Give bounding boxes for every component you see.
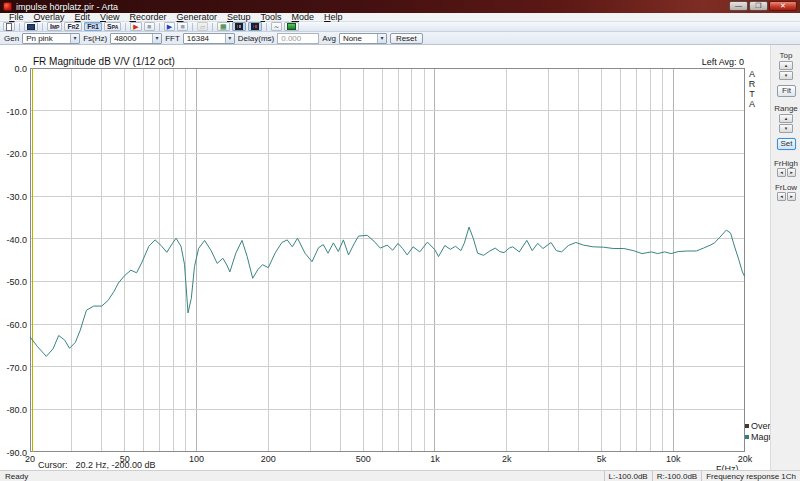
plot-border — [31, 69, 745, 452]
new-file-button[interactable] — [3, 22, 15, 31]
frlow-increase-button[interactable]: ▸ — [787, 192, 796, 201]
window-title: impulse hörplatz.pir - Arta — [16, 2, 118, 12]
fit-button[interactable]: Fit — [777, 85, 796, 97]
toolbar-separator — [125, 23, 126, 31]
menu-view[interactable]: View — [95, 13, 124, 22]
y-tick-label: -50.0 — [0, 277, 27, 287]
chevron-down-icon: ▾ — [70, 34, 79, 43]
play-stop-button[interactable]: ■ — [177, 22, 188, 31]
fr2-mode-button[interactable]: Fr2 — [64, 22, 82, 31]
x-tick-label: 20 — [15, 454, 45, 464]
signal-wave-button[interactable]: ∼ — [271, 22, 282, 31]
top-up-button[interactable]: ▴ — [779, 61, 793, 70]
play-icon: ▶ — [167, 23, 172, 30]
imp-mode-button[interactable]: Imp — [47, 22, 62, 31]
avg-label: Avg — [322, 34, 336, 43]
minimize-button[interactable]: — — [729, 1, 748, 11]
y-tick-label: -40.0 — [0, 235, 27, 245]
gen-label: Gen — [4, 34, 19, 43]
y-tick-label: 0.0 — [0, 64, 27, 74]
stop-icon: ■ — [147, 23, 151, 30]
stop-icon: ■ — [180, 23, 184, 30]
settings-toolbar: Gen Pn pink ▾ Fs(Hz) 48000 ▾ FFT 16384 ▾… — [0, 32, 800, 45]
fs-label: Fs(Hz) — [83, 34, 107, 43]
menu-edit[interactable]: Edit — [70, 13, 96, 22]
menu-help[interactable]: Help — [319, 13, 348, 22]
generator-icon: ▱ — [200, 23, 205, 30]
spa-mode-button[interactable]: Spa — [104, 22, 121, 31]
generator-button: ▱ — [197, 22, 208, 31]
record-button[interactable]: ▶ — [130, 22, 141, 31]
x-tick-label: 200 — [253, 454, 283, 464]
toolbar-separator — [212, 23, 213, 31]
menu-setup[interactable]: Setup — [222, 13, 256, 22]
output-meter-button[interactable] — [248, 22, 262, 31]
averaging-select[interactable]: None ▾ — [339, 33, 387, 44]
toolbar-separator — [159, 23, 160, 31]
fr1-mode-button[interactable]: Fr1 — [84, 22, 102, 31]
plot-controls-strip: Top ▴ ▾ Fit Range ▴ ▾ Set FrHigh ◂ ▸ FrL… — [770, 45, 800, 470]
range-down-button[interactable]: ▾ — [779, 124, 793, 133]
frlow-spinner: ◂ ▸ — [777, 192, 796, 201]
frhigh-spinner: ◂ ▸ — [777, 168, 796, 177]
chevron-down-icon: ▾ — [225, 34, 234, 43]
menu-generator[interactable]: Generator — [171, 13, 222, 22]
x-tick-label: 50 — [110, 454, 140, 464]
top-down-button[interactable]: ▾ — [779, 71, 793, 80]
reset-button[interactable]: Reset — [390, 33, 423, 44]
fft-size-select[interactable]: 16384 ▾ — [183, 33, 235, 44]
arta-watermark: AR TA — [747, 69, 757, 109]
delay-label: Delay(ms) — [238, 34, 274, 43]
y-tick-label: -70.0 — [0, 363, 27, 373]
app-icon — [3, 2, 12, 11]
title-bar: impulse hörplatz.pir - Arta — ❐ ✕ — [0, 0, 800, 13]
arta-window: impulse hörplatz.pir - Arta — ❐ ✕ File O… — [0, 0, 800, 481]
magnitude-curve — [30, 227, 745, 356]
folder-icon — [27, 24, 35, 30]
menu-recorder[interactable]: Recorder — [124, 13, 171, 22]
toolbar-separator — [266, 23, 267, 31]
play-button[interactable]: ▶ — [164, 22, 175, 31]
open-file-button[interactable] — [24, 22, 38, 31]
chart-panel: FR Magnitude dB V/V (1/12 oct) Left Avg:… — [0, 45, 770, 470]
chart-title: FR Magnitude dB V/V (1/12 oct) — [33, 56, 175, 67]
delay-input[interactable]: 0.000 — [277, 33, 319, 44]
close-button[interactable]: ✕ — [769, 1, 797, 11]
mode-indicator: Frequency response 1Ch — [701, 471, 800, 481]
toolbar-separator — [192, 23, 193, 31]
menu-mode[interactable]: Mode — [287, 13, 320, 22]
chevron-down-icon: ▾ — [377, 34, 386, 43]
x-tick-label: 100 — [182, 454, 212, 464]
toolbar-separator — [19, 23, 20, 31]
averaging-value: None — [343, 34, 362, 43]
generator-type-select[interactable]: Pn pink ▾ — [22, 33, 80, 44]
x-tick-label: 10k — [658, 454, 688, 464]
fr-plot[interactable] — [30, 68, 745, 452]
fft-label: FFT — [165, 34, 180, 43]
set-button[interactable]: Set — [777, 138, 796, 150]
right-level-indicator: R:-100.0dB — [652, 471, 701, 481]
y-tick-label: -60.0 — [0, 320, 27, 330]
frhigh-increase-button[interactable]: ▸ — [787, 168, 796, 177]
overlay-color-swatch — [745, 424, 749, 428]
output-meter-icon — [251, 23, 259, 30]
legend-label: Over — [751, 421, 771, 431]
frhigh-decrease-button[interactable]: ◂ — [777, 168, 786, 177]
menu-tools[interactable]: Tools — [256, 13, 287, 22]
sample-rate-select[interactable]: 48000 ▾ — [110, 33, 162, 44]
x-tick-label: 500 — [348, 454, 378, 464]
y-tick-label: -80.0 — [0, 405, 27, 415]
record-stop-button[interactable]: ■ — [144, 22, 155, 31]
chevron-down-icon: ▾ — [152, 34, 161, 43]
status-bar: Ready L:-100.0dB R:-100.0dB Frequency re… — [0, 470, 800, 481]
frlow-label: FrLow — [771, 183, 800, 192]
range-up-button[interactable]: ▴ — [779, 114, 793, 123]
maximize-button[interactable]: ❐ — [749, 1, 768, 11]
menu-overlay[interactable]: Overlay — [29, 13, 70, 22]
sample-rate-value: 48000 — [114, 34, 136, 43]
menu-file[interactable]: File — [4, 13, 29, 22]
scope-button[interactable]: ▦ — [217, 22, 230, 31]
level-button[interactable] — [284, 22, 299, 31]
input-meter-button[interactable] — [232, 22, 246, 31]
frlow-decrease-button[interactable]: ◂ — [777, 192, 786, 201]
